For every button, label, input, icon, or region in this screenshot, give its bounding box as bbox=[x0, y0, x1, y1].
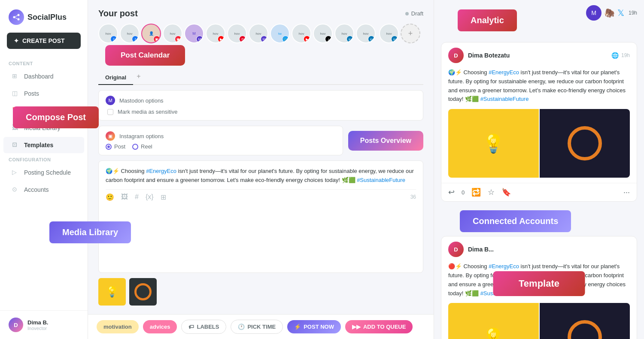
configuration-section-label: Configuration bbox=[0, 154, 88, 164]
account-avatar-1[interactable]: hov f bbox=[98, 24, 118, 43]
li-badge-14: in bbox=[391, 36, 398, 42]
accounts-row: hov f hov f 👤 ▣ hov ▣ M M bbox=[98, 24, 423, 66]
tag-motivation-button[interactable]: motivation bbox=[97, 320, 139, 333]
bulb-icon: 💡 bbox=[106, 286, 118, 298]
dashboard-icon: ⊞ bbox=[12, 73, 20, 80]
svg-line-4 bbox=[15, 18, 18, 19]
avatar: D bbox=[9, 318, 23, 332]
variable-icon[interactable]: {x} bbox=[146, 193, 154, 201]
account-avatar-4[interactable]: hov ▣ bbox=[163, 24, 182, 43]
account-avatar-11[interactable]: hov ♪ bbox=[313, 24, 333, 43]
instagram-option-row: ▣ Instagram options bbox=[106, 131, 336, 141]
image-thumb-2[interactable] bbox=[129, 278, 157, 306]
image-thumb-1[interactable]: 💡 bbox=[98, 278, 126, 306]
mastodon-platform-icon: M bbox=[106, 96, 115, 105]
mastodon-avatar-right: M bbox=[586, 5, 601, 21]
post-header: Your post Draft bbox=[98, 9, 423, 18]
tk-badge-11: ♪ bbox=[325, 36, 332, 42]
sidebar-item-posting-schedule[interactable]: ▷ Posting Schedule bbox=[3, 164, 84, 181]
post-now-button[interactable]: ⚡ POST NOW bbox=[287, 320, 341, 333]
labels-button[interactable]: 🏷 LABELS bbox=[181, 320, 226, 334]
image-strip: 💡 bbox=[98, 278, 423, 306]
account-avatar-7[interactable]: hov P bbox=[227, 24, 247, 43]
preview-img-right-2 bbox=[540, 303, 630, 339]
account-avatar-2[interactable]: hov f bbox=[120, 24, 140, 43]
queue-icon: ▶▶ bbox=[352, 324, 361, 330]
li-badge-13: in bbox=[368, 36, 375, 42]
accounts-icon: ⊙ bbox=[12, 186, 20, 194]
preview-hashtag-2a: #EnergyEco bbox=[489, 263, 519, 269]
user-info: Dima B. Inovector bbox=[27, 319, 48, 331]
preview-card-header-2: D Dima B... bbox=[441, 236, 637, 262]
account-avatar-12[interactable]: hov in bbox=[334, 24, 354, 43]
sidebar-item-templates[interactable]: ⊡ Templates bbox=[3, 137, 84, 153]
image-icon[interactable]: 🖼 bbox=[121, 193, 128, 201]
preview-actions-1: ↩ 0 🔁 ☆ 🔖 ··· bbox=[441, 183, 637, 201]
draft-dot bbox=[405, 12, 409, 15]
tag-advices-button[interactable]: advices bbox=[143, 320, 177, 333]
editor-text: 🌍⚡ Choosing #EnergyEco isn't just trendy… bbox=[106, 167, 416, 185]
tab-original[interactable]: Original bbox=[98, 71, 133, 85]
preview-img-left-1: 💡 bbox=[448, 109, 539, 178]
app-logo: SocialPlus bbox=[0, 0, 88, 33]
add-account-button[interactable]: + bbox=[401, 24, 420, 43]
text-editor[interactable]: 🌍⚡ Choosing #EnergyEco isn't just trendy… bbox=[98, 160, 423, 273]
instagram-options-panel: ▣ Instagram options Post Reel bbox=[98, 126, 343, 155]
grid-icon[interactable]: ⊞ bbox=[161, 193, 166, 201]
editor-toolbar: 🙂 🖼 # {x} ⊞ 36 bbox=[106, 189, 416, 201]
account-avatar-10[interactable]: hov ▶ bbox=[292, 24, 311, 43]
radio-reel-circle bbox=[132, 144, 138, 150]
ig-badge-3: ▣ bbox=[153, 36, 160, 42]
account-avatar-3[interactable]: 👤 ▣ bbox=[141, 24, 161, 43]
plus-icon: ✦ bbox=[14, 37, 19, 44]
account-avatar-9[interactable]: tw 🐦 bbox=[270, 24, 290, 43]
user-company: Inovector bbox=[27, 326, 48, 331]
account-avatar-6[interactable]: hov ▶ bbox=[206, 24, 225, 43]
ring-visual-1 bbox=[568, 126, 602, 160]
star-icon-1[interactable]: ☆ bbox=[488, 188, 495, 197]
radio-reel-option[interactable]: Reel bbox=[132, 143, 152, 150]
hashtag-icon[interactable]: # bbox=[135, 193, 139, 201]
connected-accounts-overlay: Connected Accounts bbox=[460, 210, 571, 232]
more-icon-1[interactable]: ··· bbox=[623, 188, 630, 197]
radio-post-option[interactable]: Post bbox=[106, 143, 125, 150]
user-profile[interactable]: D Dima B. Inovector bbox=[0, 310, 88, 339]
templates-icon: ⊡ bbox=[12, 141, 20, 149]
post-calendar-button[interactable]: Post Calendar bbox=[105, 45, 185, 66]
media-library-overlay: Media Library bbox=[49, 221, 131, 243]
posts-overview-button[interactable]: Posts Overview bbox=[348, 131, 423, 151]
preview-username-1: Dima Botezatu bbox=[468, 52, 510, 59]
sidebar-item-accounts[interactable]: ⊙ Accounts bbox=[3, 182, 84, 198]
emoji-icon[interactable]: 🙂 bbox=[106, 193, 114, 201]
analytic-overlay: Analytic bbox=[458, 9, 517, 31]
account-avatar-8[interactable]: hov M bbox=[249, 24, 268, 43]
bookmark-icon-1[interactable]: 🔖 bbox=[501, 188, 511, 197]
account-avatar-14[interactable]: hov in bbox=[379, 24, 399, 43]
create-post-button[interactable]: ✦ CREATE POST bbox=[7, 33, 81, 49]
mastodon-sensitive-checkbox[interactable] bbox=[107, 109, 113, 115]
account-avatar-13[interactable]: hov in bbox=[356, 24, 376, 43]
time-indicator: 19h bbox=[629, 10, 637, 16]
retweet-icon-1[interactable]: 🔁 bbox=[471, 188, 481, 197]
fb-badge-1: f bbox=[110, 36, 117, 42]
add-to-queue-button[interactable]: ▶▶ ADD TO QUEUE bbox=[345, 320, 413, 333]
pick-time-button[interactable]: 🕐 PICK TIME bbox=[231, 320, 283, 334]
preview-time-area-1: 🌐 19h bbox=[611, 52, 630, 59]
ring-visual bbox=[134, 283, 152, 300]
sidebar-item-posts[interactable]: ◫ Posts bbox=[3, 85, 84, 102]
globe-icon-1: 🌐 bbox=[611, 52, 619, 59]
svg-point-1 bbox=[18, 14, 20, 16]
hashtag-energyeco: #EnergyEco bbox=[146, 168, 176, 174]
preview-time-1: 19h bbox=[621, 52, 630, 58]
reply-icon-1[interactable]: ↩ bbox=[448, 188, 455, 197]
tab-add-button[interactable]: + bbox=[133, 71, 144, 84]
ma-badge-5: M bbox=[196, 36, 203, 42]
sidebar-item-dashboard[interactable]: ⊞ Dashboard bbox=[3, 68, 84, 85]
clock-icon: 🕐 bbox=[238, 324, 245, 330]
account-avatar-5[interactable]: M M bbox=[184, 24, 204, 43]
twitter-indicator: 𝕏 bbox=[617, 8, 624, 18]
preview-user-info-1: Dima Botezatu bbox=[468, 52, 510, 59]
post-preview-card-1: D Dima Botezatu 🌐 19h 🌍⚡ Choosing #Energ… bbox=[441, 42, 637, 202]
yt-badge-10: ▶ bbox=[304, 36, 310, 42]
content-section-label: Content bbox=[0, 58, 88, 68]
